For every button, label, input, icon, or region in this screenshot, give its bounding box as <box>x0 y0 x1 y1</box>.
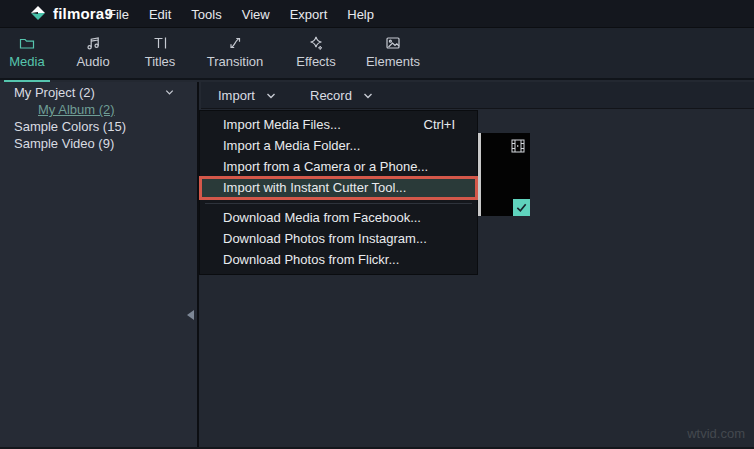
menubar-item-file[interactable]: File <box>108 7 129 22</box>
menu-item-download-instagram[interactable]: Download Photos from Instagram... <box>200 228 477 249</box>
watermark: wtvid.com <box>687 426 745 441</box>
tab-effects[interactable]: Effects <box>281 34 351 78</box>
text-cursor-icon <box>152 34 168 51</box>
menu-item-download-flickr[interactable]: Download Photos from Flickr... <box>200 249 477 270</box>
filmora-logo-icon <box>29 4 47 22</box>
menubar-item-tools[interactable]: Tools <box>191 7 221 22</box>
tab-elements-label: Elements <box>366 54 420 69</box>
tab-audio-label: Audio <box>76 54 109 69</box>
tab-media-label: Media <box>9 54 44 69</box>
menu-item-import-media-folder[interactable]: Import a Media Folder... <box>200 135 477 156</box>
menu-item-import-instant-cutter[interactable]: Import with Instant Cutter Tool... <box>200 177 477 199</box>
menu-separator <box>205 203 472 204</box>
import-label: Import <box>218 88 255 103</box>
chevron-down-icon[interactable] <box>164 87 175 98</box>
menu-item-import-media-files[interactable]: Import Media Files... Ctrl+I <box>200 114 477 135</box>
tab-media[interactable]: Media <box>2 34 52 78</box>
sidebar-item-my-project[interactable]: My Project (2) <box>0 84 197 101</box>
sidebar-collapse-arrow-icon[interactable] <box>187 310 194 320</box>
feature-tab-bar: Media Audio Titles <box>0 28 754 80</box>
image-icon <box>385 34 401 51</box>
transition-arrows-icon <box>227 34 243 51</box>
filmora-app-window: filmora9 File Edit Tools View Export Hel… <box>0 0 754 449</box>
menubar-item-export[interactable]: Export <box>290 7 328 22</box>
top-menu-bar: filmora9 File Edit Tools View Export Hel… <box>0 0 754 28</box>
tab-transition-label: Transition <box>207 54 264 69</box>
thumbnail-image-sliver <box>478 133 481 216</box>
sidebar-item-sample-colors[interactable]: Sample Colors (15) <box>0 118 197 135</box>
sparkle-icon <box>308 34 324 51</box>
menu-item-import-camera-phone[interactable]: Import from a Camera or a Phone... <box>200 156 477 177</box>
media-thumbnail[interactable] <box>478 133 530 216</box>
media-library-sidebar: My Project (2) My Album (2) Sample Color… <box>0 82 199 447</box>
tab-titles[interactable]: Titles <box>125 34 195 78</box>
app-logo: filmora9 <box>29 4 113 22</box>
tab-titles-label: Titles <box>145 54 176 69</box>
music-note-icon <box>85 34 101 51</box>
film-strip-icon <box>511 139 525 153</box>
media-toolbar: Import Record <box>201 82 754 109</box>
menubar-item-edit[interactable]: Edit <box>149 7 171 22</box>
sidebar-item-my-album[interactable]: My Album (2) <box>0 101 197 118</box>
tab-elements[interactable]: Elements <box>357 34 429 78</box>
folder-icon <box>19 34 35 51</box>
tab-audio[interactable]: Audio <box>58 34 128 78</box>
menubar-item-view[interactable]: View <box>242 7 270 22</box>
import-button[interactable]: Import <box>218 82 277 109</box>
shortcut-ctrl-i: Ctrl+I <box>424 114 455 135</box>
record-button[interactable]: Record <box>310 82 374 109</box>
sidebar-item-sample-video[interactable]: Sample Video (9) <box>0 135 197 152</box>
tab-effects-label: Effects <box>296 54 336 69</box>
chevron-down-icon <box>265 90 277 102</box>
menubar: File Edit Tools View Export Help <box>108 0 374 28</box>
chevron-down-icon <box>362 90 374 102</box>
app-title: filmora9 <box>53 5 113 22</box>
menu-item-download-facebook[interactable]: Download Media from Facebook... <box>200 207 477 228</box>
import-dropdown-menu: Import Media Files... Ctrl+I Import a Me… <box>199 110 478 275</box>
selected-check-icon[interactable] <box>513 199 530 216</box>
menubar-item-help[interactable]: Help <box>347 7 374 22</box>
tab-transition[interactable]: Transition <box>198 34 272 78</box>
record-label: Record <box>310 88 352 103</box>
